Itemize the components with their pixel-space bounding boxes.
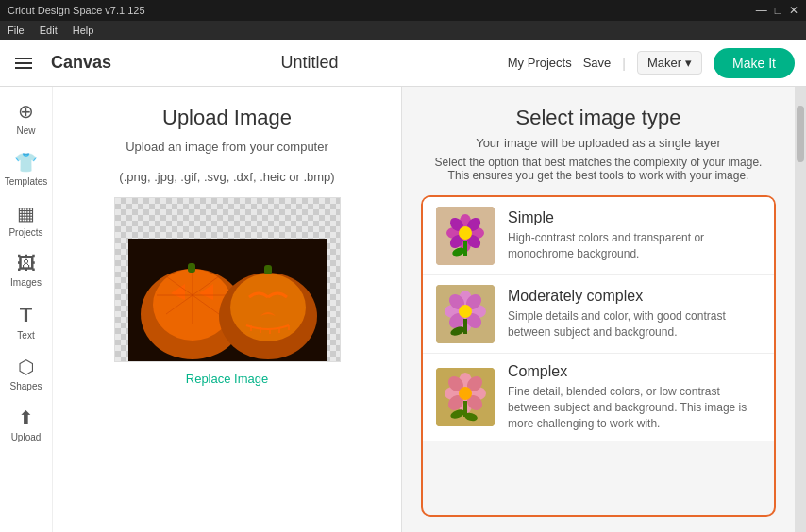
svg-point-41 <box>459 305 472 318</box>
menu-edit[interactable]: Edit <box>40 25 58 36</box>
header-divider: | <box>622 56 626 71</box>
minimize-button[interactable]: — <box>756 4 767 17</box>
scrollbar[interactable] <box>795 87 806 532</box>
sidebar-item-shapes-label: Shapes <box>10 381 42 391</box>
projects-icon: ▦ <box>17 202 35 224</box>
upload-section: Upload Image Upload an image from your c… <box>53 87 402 532</box>
sidebar-item-upload[interactable]: ⬆ Upload <box>0 401 52 448</box>
images-icon: 🖼 <box>17 253 36 274</box>
sidebar-item-projects-label: Projects <box>8 227 42 238</box>
app-header: Canvas Untitled My Projects Save | Maker… <box>0 40 806 87</box>
simple-thumbnail <box>436 207 495 265</box>
hamburger-line-1 <box>15 58 32 59</box>
image-type-options: Simple High-contrast colors and transpar… <box>421 195 776 517</box>
svg-rect-16 <box>188 263 195 273</box>
shapes-icon: ⬡ <box>18 356 34 378</box>
complex-option-name: Complex <box>508 363 761 380</box>
templates-icon: 👕 <box>14 151 38 174</box>
select-title: Select image type <box>421 106 776 130</box>
moderately-text: Moderately complex Simple details and co… <box>508 288 761 341</box>
moderately-thumbnail <box>436 285 495 343</box>
sidebar: ⊕ New 👕 Templates ▦ Projects 🖼 Images T … <box>0 87 53 532</box>
sidebar-item-text[interactable]: T Text <box>0 297 52 346</box>
upload-desc-line1: Upload an image from your computer <box>126 138 328 157</box>
sidebar-item-text-label: Text <box>17 330 34 341</box>
svg-rect-17 <box>264 265 272 274</box>
maker-dropdown[interactable]: Maker ▾ <box>637 51 702 75</box>
sidebar-item-templates-label: Templates <box>5 176 48 187</box>
svg-point-10 <box>230 274 306 341</box>
my-projects-button[interactable]: My Projects <box>508 56 572 70</box>
close-button[interactable]: ✕ <box>789 4 798 17</box>
complex-flower-svg <box>436 368 495 426</box>
save-button[interactable]: Save <box>583 56 612 70</box>
new-icon: ⊕ <box>18 100 34 123</box>
maker-chevron-icon: ▾ <box>685 56 692 70</box>
svg-rect-29 <box>463 241 467 256</box>
upload-icon: ⬆ <box>18 407 34 429</box>
svg-point-54 <box>459 387 472 400</box>
scrollbar-thumb[interactable] <box>797 106 804 162</box>
select-section: Select image type Your image will be upl… <box>402 87 795 532</box>
moderately-option-desc: Simple details and color, with good cont… <box>508 308 761 341</box>
sidebar-item-images-label: Images <box>10 277 42 288</box>
option-moderately-complex[interactable]: Moderately complex Simple details and co… <box>423 275 774 354</box>
simple-option-name: Simple <box>508 209 761 226</box>
main-layout: ⊕ New 👕 Templates ▦ Projects 🖼 Images T … <box>0 87 806 532</box>
title-bar-controls[interactable]: — □ ✕ <box>756 4 798 17</box>
moderately-flower-svg <box>436 285 495 343</box>
sidebar-item-new[interactable]: ⊕ New <box>0 94 52 141</box>
sidebar-item-new-label: New <box>16 125 35 136</box>
make-it-button[interactable]: Make It <box>714 48 795 78</box>
select-subtitle: Your image will be uploaded as a single … <box>421 136 776 150</box>
select-description: Select the option that best matches the … <box>421 156 776 182</box>
menu-bar: File Edit Help <box>0 21 806 40</box>
header-right: My Projects Save | Maker ▾ Make It <box>508 48 795 78</box>
sidebar-item-projects[interactable]: ▦ Projects <box>0 196 52 243</box>
sidebar-item-images[interactable]: 🖼 Images <box>0 247 52 293</box>
sidebar-item-upload-label: Upload <box>11 432 42 442</box>
option-complex[interactable]: Complex Fine detail, blended colors, or … <box>423 354 774 441</box>
maximize-button[interactable]: □ <box>775 4 781 17</box>
svg-point-28 <box>459 226 472 240</box>
complex-option-desc: Fine detail, blended colors, or low cont… <box>508 384 761 431</box>
upload-desc-line2: (.png, .jpg, .gif, .svg, .dxf, .heic or … <box>119 168 334 187</box>
svg-rect-42 <box>463 319 467 334</box>
document-title: Untitled <box>123 53 496 73</box>
hamburger-button[interactable] <box>11 54 36 73</box>
sidebar-item-shapes[interactable]: ⬡ Shapes <box>0 350 52 397</box>
hamburger-line-2 <box>15 62 32 64</box>
simple-flower-svg <box>436 207 495 265</box>
upload-title: Upload Image <box>162 106 292 130</box>
text-icon: T <box>20 303 32 327</box>
content-area: Upload Image Upload an image from your c… <box>53 87 806 532</box>
simple-text: Simple High-contrast colors and transpar… <box>508 209 761 262</box>
replace-image-link[interactable]: Replace Image <box>186 372 268 386</box>
complex-thumbnail <box>436 368 495 426</box>
complex-text: Complex Fine detail, blended colors, or … <box>508 363 761 431</box>
menu-help[interactable]: Help <box>73 25 94 36</box>
title-bar: Cricut Design Space v7.1.125 — □ ✕ <box>0 0 806 21</box>
menu-file[interactable]: File <box>8 25 25 36</box>
maker-label: Maker <box>647 56 681 70</box>
hamburger-line-3 <box>15 67 32 69</box>
upload-preview <box>114 197 341 362</box>
moderately-option-name: Moderately complex <box>508 288 761 305</box>
option-simple[interactable]: Simple High-contrast colors and transpar… <box>423 197 774 275</box>
sidebar-item-templates[interactable]: 👕 Templates <box>0 145 52 192</box>
app-title: Canvas <box>51 53 111 73</box>
title-bar-text: Cricut Design Space v7.1.125 <box>8 5 145 16</box>
pumpkin-preview-image <box>128 239 327 361</box>
simple-option-desc: High-contrast colors and transparent or … <box>508 230 761 262</box>
